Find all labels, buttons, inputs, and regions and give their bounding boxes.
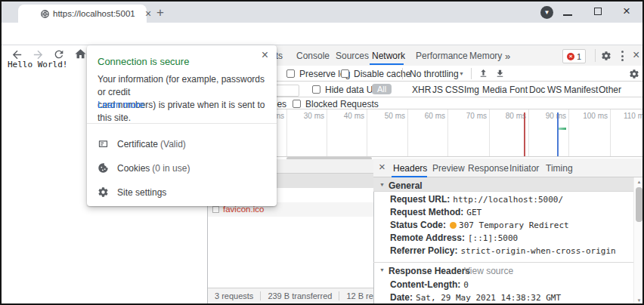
filter-type-font[interactable]: Font xyxy=(509,85,528,95)
throttling-select[interactable]: No throttling xyxy=(410,69,459,79)
chevron-down-icon[interactable]: ▼ xyxy=(459,71,464,76)
timeline-label: 40 ms xyxy=(337,112,364,120)
browser-update-icon[interactable]: ▼ xyxy=(540,6,553,19)
devtools-close-icon[interactable]: × xyxy=(633,50,639,60)
header-row-referrer-policy: Referrer Policy:strict-origin-when-cross… xyxy=(390,245,616,256)
preserve-log-checkbox[interactable] xyxy=(286,69,295,78)
page-content-text: Hello World! xyxy=(8,60,67,69)
triangle-down-icon: ▼ xyxy=(379,182,385,187)
timeline-label: 90 ms xyxy=(539,112,566,120)
error-count-badge[interactable]: × 1 xyxy=(562,49,586,63)
scroll-up-icon[interactable]: ▲ xyxy=(634,180,644,184)
filter-type-js[interactable]: JS xyxy=(432,85,443,95)
tab-preview[interactable]: Preview xyxy=(432,163,465,174)
header-row-date: Date:Sat, 29 May 2021 14:38:32 GMT xyxy=(390,292,561,303)
tab-response[interactable]: Response xyxy=(468,163,509,174)
filter-type-xhr[interactable]: XHR xyxy=(412,85,431,95)
popup-item-cookies[interactable]: Cookies(0 in use) xyxy=(87,156,277,180)
timeline-gridline xyxy=(367,109,367,156)
window-close-button[interactable]: × xyxy=(623,4,630,19)
timeline-label: 50 ms xyxy=(378,112,405,120)
home-icon[interactable] xyxy=(74,48,87,60)
timeline-gridline xyxy=(610,109,611,156)
filter-type-ws[interactable]: WS xyxy=(547,85,562,95)
tab-memory[interactable]: Memory xyxy=(469,51,502,61)
tab-initiator[interactable]: Initiator xyxy=(509,163,539,174)
divider xyxy=(471,68,472,79)
header-row-content-length: Content-Length:0 xyxy=(390,279,469,290)
popup-item-certificate[interactable]: Certificate(Valid) xyxy=(87,131,277,156)
tab-strip: https://localhost:5001 × + ▼ × xyxy=(2,2,642,23)
network-summary-bar: 3 requests 239 B transferred 12 B resour… xyxy=(208,288,373,303)
header-row-remote-address: Remote Address:[::1]:5000 xyxy=(390,233,518,243)
error-count: 1 xyxy=(577,52,581,61)
devtools-settings-gear-icon[interactable] xyxy=(601,51,611,61)
divider xyxy=(87,123,277,124)
hide-data-urls-checkbox[interactable] xyxy=(312,85,320,94)
reload-icon[interactable] xyxy=(53,48,65,60)
tab-console[interactable]: Console xyxy=(296,51,330,61)
timeline-gridline xyxy=(327,109,327,156)
view-source-link[interactable]: View source xyxy=(464,266,513,276)
tab-headers[interactable]: Headers xyxy=(393,163,427,174)
popup-item-site-settings[interactable]: Site settings xyxy=(87,180,277,204)
summary-requests: 3 requests xyxy=(208,291,260,300)
tab-performance[interactable]: Performance xyxy=(416,51,468,61)
timeline-gridline xyxy=(568,109,569,156)
network-tab-underline xyxy=(370,63,404,65)
tab-network[interactable]: Network xyxy=(372,51,405,61)
tab-sources[interactable]: Sources xyxy=(336,51,369,61)
vertical-scrollbar[interactable]: ▲ ▼ xyxy=(633,177,644,305)
filter-type-img[interactable]: Img xyxy=(464,85,479,95)
network-settings-gear-icon[interactable] xyxy=(629,69,639,79)
tab-close-icon[interactable]: × xyxy=(145,8,151,19)
export-har-icon[interactable] xyxy=(495,69,505,79)
browser-window: https://localhost:5001 × + ▼ × localhost… xyxy=(0,0,644,305)
globe-favicon-icon xyxy=(40,9,50,19)
divider xyxy=(402,68,403,79)
new-tab-button[interactable]: + xyxy=(156,5,164,20)
popup-title: Connection is secure xyxy=(98,56,189,67)
devtools-menu-icon[interactable] xyxy=(621,51,624,63)
connection-secure-popup: × Connection is secure Your information … xyxy=(87,45,277,206)
popup-close-icon[interactable]: × xyxy=(262,50,268,60)
learn-more-link[interactable]: Learn more xyxy=(98,100,144,110)
scrollbar-thumb[interactable] xyxy=(636,187,642,222)
triangle-down-icon: ▼ xyxy=(379,267,385,273)
more-tabs-icon[interactable]: » xyxy=(505,51,510,62)
filter-type-manifest[interactable]: Manifest xyxy=(564,85,598,95)
timeline-gridline xyxy=(286,109,287,156)
filter-type-css[interactable]: CSS xyxy=(445,85,464,95)
popup-body-text: Your information (for example, passwords… xyxy=(98,73,271,125)
timeline-gridline xyxy=(528,109,529,156)
scroll-down-icon[interactable]: ▼ xyxy=(634,298,644,303)
header-row-status-code: Status Code:307 Temporary Redirect xyxy=(390,220,569,230)
summary-transferred: 239 B transferred xyxy=(260,291,339,300)
status-warning-icon xyxy=(450,222,457,229)
filter-type-doc[interactable]: Doc xyxy=(529,85,545,95)
divider xyxy=(373,262,633,263)
filter-type-all[interactable]: All xyxy=(372,84,392,94)
blocked-requests-checkbox[interactable] xyxy=(293,100,301,108)
disable-cache-checkbox[interactable] xyxy=(341,69,349,78)
filter-type-other[interactable]: Other xyxy=(599,85,621,95)
browser-toolbar: localhost:5001 xyxy=(2,23,642,45)
browser-tab[interactable]: https://localhost:5001 × xyxy=(18,5,147,23)
filter-type-media[interactable]: Media xyxy=(482,85,507,95)
details-close-icon[interactable]: × xyxy=(379,162,385,172)
tab-timing[interactable]: Timing xyxy=(546,163,573,174)
timeline-gridline xyxy=(407,109,408,156)
import-har-icon[interactable] xyxy=(478,69,488,79)
timeline-label: 60 ms xyxy=(418,112,445,120)
timeline-gridline xyxy=(447,109,448,156)
response-headers-section-title[interactable]: Response Headers xyxy=(389,266,470,276)
header-row-request-url: Request URL:http://localhost:5000/ xyxy=(390,194,563,205)
dom-content-loaded-marker xyxy=(524,112,525,156)
certificate-icon xyxy=(98,138,109,149)
timeline-label: 70 ms xyxy=(460,112,487,120)
window-maximize-button[interactable] xyxy=(594,8,602,15)
window-minimize-button[interactable] xyxy=(563,14,572,16)
gear-icon xyxy=(98,186,109,198)
load-event-marker xyxy=(557,112,559,156)
error-icon: × xyxy=(567,53,574,60)
